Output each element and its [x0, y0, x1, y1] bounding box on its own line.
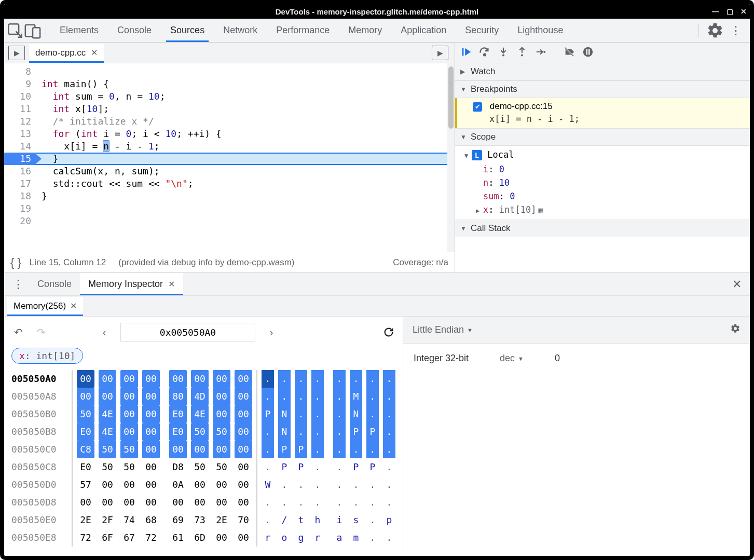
hex-byte[interactable]: 73 [191, 511, 209, 529]
hex-byte[interactable]: C8 [77, 441, 94, 458]
breakpoint-item[interactable]: ✔ demo-cpp.cc:15 x[i] = n - i - 1; [455, 98, 750, 128]
format-select[interactable]: dec ▼ [500, 353, 524, 364]
hex-byte[interactable]: 00 [142, 423, 160, 441]
hex-byte[interactable]: 00 [213, 529, 230, 547]
close-icon[interactable]: ✕ [91, 48, 98, 58]
hex-byte[interactable]: 00 [213, 370, 230, 388]
navigator-toggle-icon[interactable]: ▶ [8, 46, 25, 60]
undo-icon[interactable]: ↶ [11, 325, 25, 339]
hex-byte[interactable]: 00 [213, 476, 230, 494]
hex-byte[interactable]: 00 [120, 476, 138, 494]
ascii-char[interactable]: . [262, 494, 274, 511]
hex-byte[interactable]: 50 [99, 458, 116, 476]
hex-byte[interactable]: 50 [77, 405, 94, 423]
ascii-char[interactable]: . [262, 458, 274, 476]
ascii-char[interactable]: . [350, 494, 362, 511]
ascii-char[interactable]: . [383, 388, 395, 405]
ascii-char[interactable]: . [311, 405, 324, 423]
hex-byte[interactable]: 00 [120, 494, 138, 511]
hex-row[interactable]: 005050E8726F6772616D0000rogram.. [11, 529, 395, 547]
prev-page-icon[interactable]: ‹ [98, 325, 111, 339]
source-tab-demo-cpp[interactable]: demo-cpp.cc ✕ [29, 44, 104, 62]
ascii-char[interactable]: . [333, 388, 346, 405]
ascii-char[interactable]: . [333, 405, 346, 423]
ascii-char[interactable]: g [295, 529, 307, 547]
hex-byte[interactable]: 4E [191, 405, 209, 423]
hex-byte[interactable]: 00 [77, 494, 94, 511]
hex-byte[interactable]: 00 [235, 458, 252, 476]
ascii-char[interactable]: . [366, 494, 379, 511]
hex-byte[interactable]: 00 [235, 476, 252, 494]
ascii-char[interactable]: P [278, 441, 291, 458]
ascii-char[interactable]: P [295, 441, 307, 458]
section-watch[interactable]: ▶ Watch [455, 63, 750, 80]
hex-byte[interactable]: 00 [77, 370, 94, 388]
hex-byte[interactable]: 00 [213, 388, 230, 405]
hex-byte[interactable]: 2E [77, 511, 94, 529]
tab-memory[interactable]: Memory [339, 19, 391, 42]
tab-application[interactable]: Application [391, 19, 456, 42]
gear-icon[interactable] [730, 323, 741, 336]
ascii-char[interactable]: P [366, 423, 379, 441]
ascii-char[interactable]: . [278, 494, 291, 511]
hex-byte[interactable]: 00 [142, 405, 160, 423]
ascii-char[interactable]: . [295, 388, 307, 405]
ascii-char[interactable]: P [295, 458, 307, 476]
hex-byte[interactable]: 50 [213, 423, 230, 441]
ascii-char[interactable]: . [366, 405, 379, 423]
ascii-char[interactable]: N [278, 405, 291, 423]
hex-row[interactable]: 005050D80000000000000000........ [11, 494, 395, 511]
section-callstack[interactable]: ▼ Call Stack [455, 220, 750, 237]
hex-row[interactable]: 005050C0C850500000000000.PP..... [11, 441, 395, 458]
ascii-char[interactable]: . [311, 370, 324, 388]
hex-byte[interactable]: 4D [191, 388, 209, 405]
address-input[interactable] [120, 323, 255, 342]
step-into-icon[interactable] [498, 46, 509, 59]
hex-row[interactable]: 005050C8E0505000D8505000.PP..PP. [11, 458, 395, 476]
ascii-char[interactable]: . [366, 441, 379, 458]
ascii-char[interactable]: . [311, 476, 324, 494]
hex-byte[interactable]: 00 [120, 423, 138, 441]
ascii-char[interactable]: . [383, 529, 395, 547]
ascii-char[interactable]: . [311, 388, 324, 405]
hex-byte[interactable]: 00 [213, 441, 230, 458]
ascii-char[interactable]: . [333, 476, 346, 494]
hex-byte[interactable]: 00 [142, 441, 160, 458]
drawer-tab-console[interactable]: Console [29, 273, 80, 295]
ascii-char[interactable]: . [350, 370, 362, 388]
hex-row[interactable]: 005050A800000000804D0000.....M.. [11, 388, 395, 405]
hex-byte[interactable]: D8 [169, 458, 187, 476]
step-out-icon[interactable] [516, 46, 528, 59]
hex-byte[interactable]: 00 [99, 494, 116, 511]
ascii-char[interactable]: t [295, 511, 307, 529]
ascii-char[interactable]: o [278, 529, 291, 547]
hex-byte[interactable]: 68 [142, 511, 160, 529]
hex-byte[interactable]: E0 [77, 423, 94, 441]
ascii-char[interactable]: . [278, 476, 291, 494]
hex-byte[interactable]: 50 [191, 423, 209, 441]
ascii-char[interactable]: N [350, 405, 362, 423]
section-breakpoints[interactable]: ▼ Breakpoints [455, 80, 750, 98]
hex-byte[interactable]: 80 [169, 388, 187, 405]
hex-row[interactable]: 005050D0570000000A000000W....... [11, 476, 395, 494]
hex-byte[interactable]: 00 [213, 494, 230, 511]
debugger-collapse-icon[interactable]: ▶ [432, 46, 448, 60]
ascii-char[interactable]: . [333, 370, 346, 388]
hex-byte[interactable]: 50 [191, 458, 209, 476]
ascii-char[interactable]: . [383, 405, 395, 423]
ascii-char[interactable]: . [333, 423, 346, 441]
hex-byte[interactable]: 00 [235, 441, 252, 458]
hex-byte[interactable]: 00 [191, 441, 209, 458]
pause-exceptions-icon[interactable] [582, 46, 594, 59]
var-i[interactable]: i: 0 [464, 162, 745, 176]
ascii-char[interactable]: . [262, 370, 274, 388]
ascii-char[interactable]: . [383, 476, 395, 494]
close-icon[interactable]: ✕ [741, 7, 747, 16]
close-drawer-icon[interactable]: ✕ [727, 278, 747, 291]
kebab-icon[interactable]: ⋮ [727, 22, 745, 39]
ascii-char[interactable]: . [262, 511, 274, 529]
hex-byte[interactable]: 00 [120, 370, 138, 388]
var-sum[interactable]: sum: 0 [464, 189, 745, 203]
tab-elements[interactable]: Elements [50, 19, 108, 42]
ascii-char[interactable]: . [366, 529, 379, 547]
